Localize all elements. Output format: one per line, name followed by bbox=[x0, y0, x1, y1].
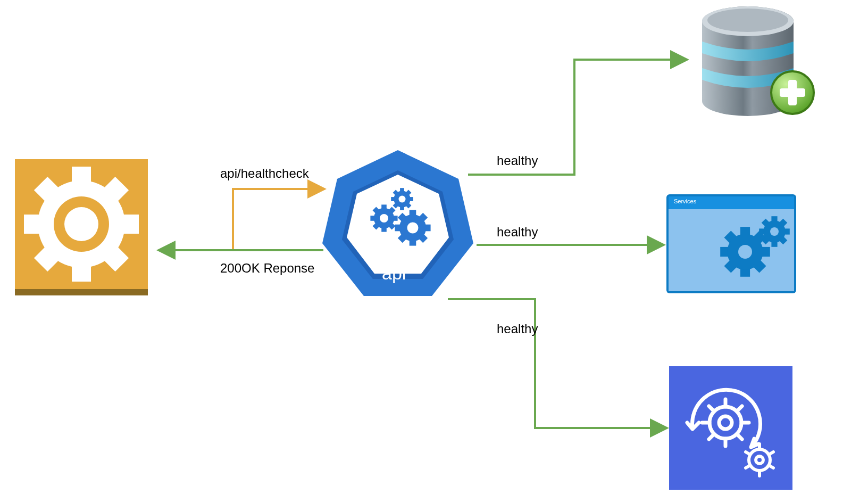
label-healthy-svc: healthy bbox=[497, 225, 538, 240]
svg-rect-53 bbox=[780, 88, 805, 97]
api-node: api bbox=[321, 146, 474, 306]
svg-point-35 bbox=[380, 214, 388, 223]
label-healthy-ops: healthy bbox=[497, 322, 538, 336]
database-node bbox=[689, 0, 817, 122]
gear-service-icon bbox=[10, 156, 153, 300]
ops-cycle-icon bbox=[669, 366, 792, 490]
services-window-icon bbox=[665, 193, 797, 294]
label-request: api/healthcheck bbox=[220, 166, 309, 181]
edge-to-ops bbox=[448, 299, 666, 428]
label-healthy-db: healthy bbox=[497, 153, 538, 168]
services-window-node: Services bbox=[665, 193, 797, 294]
svg-point-76 bbox=[770, 227, 779, 236]
edge-request bbox=[233, 189, 323, 249]
svg-point-45 bbox=[399, 196, 406, 203]
label-response: 200OK Reponse bbox=[220, 261, 314, 276]
database-plus-icon bbox=[689, 0, 817, 122]
svg-point-12 bbox=[64, 207, 98, 241]
svg-point-66 bbox=[738, 245, 752, 259]
ops-cycle-node bbox=[669, 366, 792, 490]
svg-point-50 bbox=[707, 9, 788, 32]
caller-service bbox=[10, 156, 153, 300]
svg-point-25 bbox=[407, 223, 419, 234]
services-window-title: Services bbox=[674, 198, 696, 204]
api-label: api bbox=[382, 263, 406, 284]
